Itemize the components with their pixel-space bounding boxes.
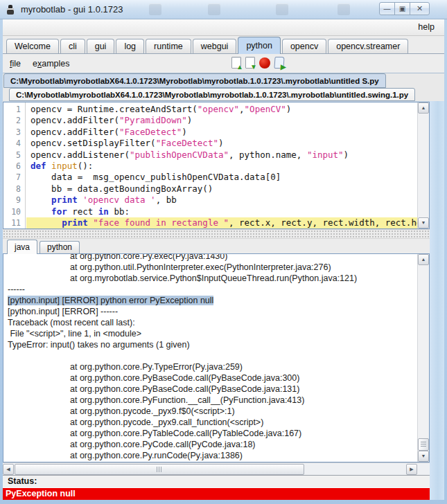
console-line xyxy=(8,350,417,361)
line-number: 7 xyxy=(3,172,21,183)
console-line: [python.input] [ERROR] ------ xyxy=(8,306,417,317)
close-button[interactable]: ✕ xyxy=(410,2,430,15)
console-line: at org.python.core.PyBaseCode.call(PyBas… xyxy=(8,384,417,395)
tab-opencv-streamer[interactable]: opencv.streamer xyxy=(328,39,408,53)
split-pane-divider[interactable] xyxy=(3,229,430,239)
code-line: for rect in bb: xyxy=(26,206,417,217)
console-line: at org.python.core.Py.TypeError(Py.java:… xyxy=(8,361,417,372)
code-line: opencv.addFilter("FaceDetect") xyxy=(26,127,417,138)
app-icon xyxy=(6,5,15,15)
menu-file[interactable]: file xyxy=(10,59,21,69)
code-line: opencv.addFilter("PyramidDown") xyxy=(26,115,417,126)
line-number: 5 xyxy=(3,150,21,161)
line-number: 9 xyxy=(3,195,21,206)
editor-toolbar: fileexamples ▲▼▶ xyxy=(3,54,444,73)
minimize-button[interactable]: — xyxy=(379,2,395,15)
line-number-gutter: 1234567891011 xyxy=(3,102,26,228)
console-line: Traceback (most recent call last): xyxy=(8,317,417,328)
scroll-down-button[interactable]: ▼ xyxy=(418,217,429,228)
titlebar-glass-reflection xyxy=(149,3,161,15)
code-editor[interactable]: 1234567891011 opencv = Runtime.createAnd… xyxy=(3,102,430,229)
console-tab-python[interactable]: python xyxy=(40,241,80,253)
tab-python[interactable]: python xyxy=(238,37,281,54)
scroll-up-button[interactable]: ▲ xyxy=(418,254,429,265)
console-output[interactable]: at org.python.core.Py.exec(Py.java:1430)… xyxy=(3,253,430,462)
console-line: [python.input] [ERROR] python error PyEx… xyxy=(8,295,417,306)
line-number: 1 xyxy=(3,104,21,115)
console-vscrollbar[interactable]: ▲ ▼ xyxy=(417,254,429,462)
code-line: opencv = Runtime.createAndStart("opencv"… xyxy=(26,104,417,115)
editor-menubar-menus: fileexamples xyxy=(10,54,70,73)
titlebar-glass-reflection xyxy=(338,3,350,15)
menubar: help xyxy=(3,19,444,36)
vscroll-thumb[interactable] xyxy=(418,438,429,451)
code-line: print "face found in rectangle ", rect.x… xyxy=(26,217,417,228)
help-menu-item[interactable]: help xyxy=(418,22,435,32)
line-number: 6 xyxy=(3,161,21,172)
save-script-icon[interactable]: ▼ xyxy=(245,57,255,69)
tab-webgui[interactable]: webgui xyxy=(193,39,237,53)
tab-runtime[interactable]: runtime xyxy=(146,39,191,53)
menu-examples[interactable]: examples xyxy=(33,59,70,69)
console-line: File "<script>", line 1, in <module> xyxy=(8,328,417,339)
tab-opencv[interactable]: opencv xyxy=(282,39,326,53)
code-area[interactable]: opencv = Runtime.createAndStart("opencv"… xyxy=(26,102,417,228)
titlebar-glass-reflection xyxy=(276,3,288,15)
console-body[interactable]: at org.python.core.Py.exec(Py.java:1430)… xyxy=(3,254,417,462)
console-line: at org.myrobotlab.service.Python$InputQu… xyxy=(8,273,417,284)
code-line: print 'opencv data ', bb xyxy=(26,195,417,206)
console-line: at org.python.core.PyCode.call(PyCode.ja… xyxy=(8,439,417,450)
code-line: opencv.addListener("publishOpenCVData", … xyxy=(26,150,417,161)
file-tab-row-2: C:\Myrobotlab\myrobotlabX64.1.0.1723\Myr… xyxy=(3,88,444,102)
window-titlebar[interactable]: myrobotlab - gui 1.0.1723 — ▣ ✕ xyxy=(0,0,447,19)
file-tab[interactable]: C:\Myrobotlab\myrobotlabX64.1.0.1723\Myr… xyxy=(9,88,415,101)
console-line: at org.python.util.PythonInterpreter.exe… xyxy=(8,262,417,273)
line-number: 11 xyxy=(3,217,21,228)
error-status-bar: PyException null xyxy=(3,487,430,500)
console-line: at org.python.pycode._pyx9.call_function… xyxy=(8,417,417,428)
console-line: ------ xyxy=(8,284,417,295)
window-title: myrobotlab - gui 1.0.1723 xyxy=(21,4,123,15)
console-line: at org.python.core.Py.exec(Py.java:1430) xyxy=(8,254,417,262)
console-hscrollbar[interactable]: ◀ ▶ xyxy=(3,462,430,475)
line-number: 2 xyxy=(3,115,21,126)
console-line: at org.python.core.PyBaseCode.call(PyBas… xyxy=(8,372,417,384)
console-line: at org.python.core.Py.runCode(Py.java:13… xyxy=(8,450,417,461)
console-tabs: javapython xyxy=(3,239,430,253)
scrollbar-corner xyxy=(418,463,430,476)
tab-Welcome[interactable]: Welcome xyxy=(6,39,59,53)
file-tab[interactable]: C:\Myrobotlab\myrobotlabX64.1.0.1723\Myr… xyxy=(3,73,386,88)
scroll-right-button[interactable]: ▶ xyxy=(406,464,417,475)
file-tab-row-1: C:\Myrobotlab\myrobotlabX64.1.0.1723\Myr… xyxy=(3,73,444,88)
maximize-button[interactable]: ▣ xyxy=(394,2,410,15)
tab-log[interactable]: log xyxy=(116,39,144,53)
line-number: 4 xyxy=(3,138,21,149)
console-line: at org.python.pycode._pyx9.f$0(<script>:… xyxy=(8,406,417,417)
titlebar-glass-reflection xyxy=(208,3,220,15)
code-line: def input(): xyxy=(26,161,417,172)
window-glass-margin xyxy=(430,101,444,500)
code-line: bb = data.getBoundingBoxArray() xyxy=(26,183,417,195)
line-number: 10 xyxy=(3,206,21,217)
scroll-down-button[interactable]: ▼ xyxy=(418,451,429,462)
code-line: opencv.setDisplayFilter("FaceDetect") xyxy=(26,138,417,149)
console-tab-java[interactable]: java xyxy=(7,240,37,254)
hscroll-thumb[interactable] xyxy=(15,464,304,475)
app-window: myrobotlab - gui 1.0.1723 — ▣ ✕ help Wel… xyxy=(0,0,447,504)
status-label: Status: xyxy=(8,476,37,486)
tab-cli[interactable]: cli xyxy=(60,39,85,53)
execute-script-icon[interactable]: ▶ xyxy=(274,57,284,69)
console-line: TypeError: input() takes no arguments (1… xyxy=(8,339,417,350)
open-script-icon[interactable]: ▲ xyxy=(231,57,241,69)
console-lines: at org.python.core.Py.exec(Py.java:1430)… xyxy=(3,254,417,461)
console-line: at org.python.core.PyFunction.__call__(P… xyxy=(8,395,417,406)
scroll-left-button[interactable]: ◀ xyxy=(3,464,14,475)
tab-gui[interactable]: gui xyxy=(87,39,115,53)
scroll-up-button[interactable]: ▲ xyxy=(418,102,429,114)
status-message: PyException null xyxy=(6,489,76,498)
console-line: at org.python.core.PyTableCode.call(PyTa… xyxy=(8,428,417,439)
line-number: 3 xyxy=(3,127,21,138)
status-bar: Status: xyxy=(3,475,430,487)
record-icon[interactable] xyxy=(259,57,270,69)
editor-vscrollbar[interactable]: ▲ ▼ xyxy=(417,102,429,228)
